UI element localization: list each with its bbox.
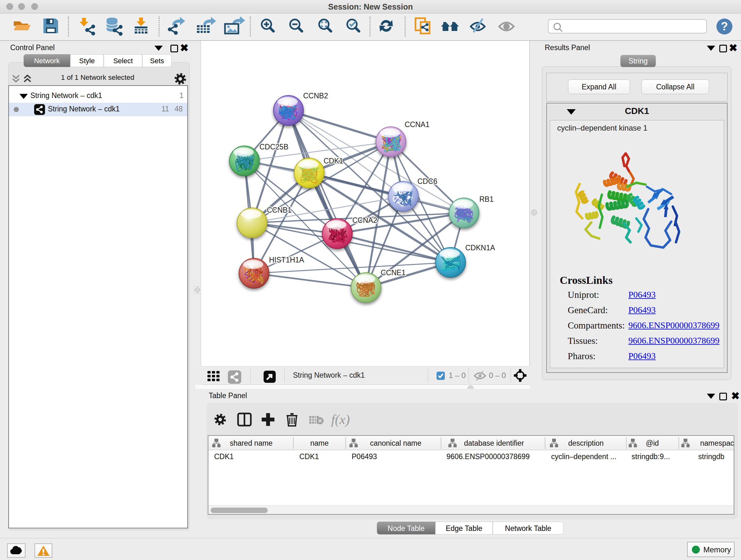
svg-text:CCNA1: CCNA1 [405, 120, 429, 129]
svg-text:shared name: shared name [230, 439, 273, 447]
svg-text:CDK1: CDK1 [324, 157, 343, 165]
svg-text:CDKN1A: CDKN1A [465, 244, 495, 252]
svg-text:database identifier: database identifier [464, 439, 524, 447]
svg-text:CDC6: CDC6 [417, 177, 437, 186]
svg-text:CCNE1: CCNE1 [381, 268, 406, 277]
svg-text:description: description [568, 439, 603, 447]
svg-text:name: name [310, 439, 329, 447]
svg-text:HIST1H1A: HIST1H1A [269, 256, 305, 264]
svg-text:CCNB2: CCNB2 [303, 91, 328, 100]
svg-text:CCNA2: CCNA2 [352, 216, 377, 225]
svg-text:CCNB1: CCNB1 [267, 206, 292, 214]
svg-text:f(x): f(x) [331, 412, 350, 427]
svg-text:CDC25B: CDC25B [259, 143, 288, 151]
svg-text:canonical name: canonical name [370, 439, 421, 447]
svg-text:@id: @id [646, 439, 659, 447]
svg-text:?: ? [721, 20, 728, 33]
svg-text:namespace: namespace [700, 439, 734, 447]
svg-text:RB1: RB1 [479, 195, 494, 203]
